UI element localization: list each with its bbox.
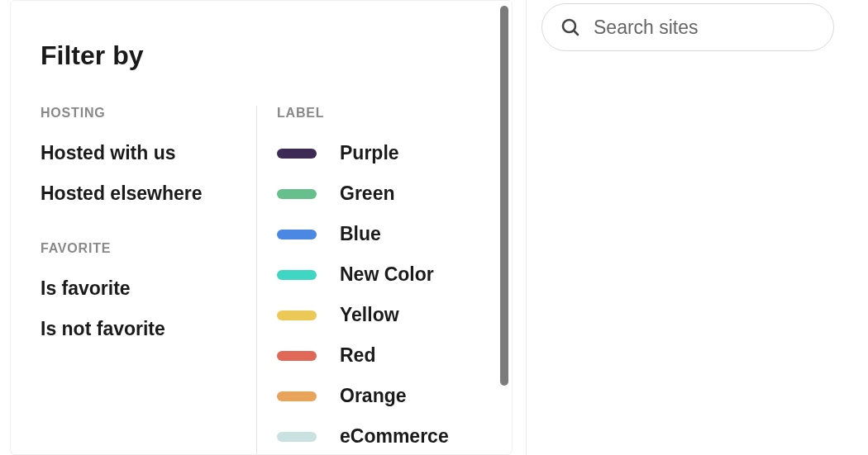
label-text: Orange bbox=[340, 385, 407, 407]
favorite-header: FAVORITE bbox=[41, 241, 240, 256]
label-option-yellow[interactable]: Yellow bbox=[277, 304, 482, 326]
label-option-ecommerce[interactable]: eCommerce bbox=[277, 425, 482, 448]
label-text: Blue bbox=[340, 223, 381, 245]
label-option-new-color[interactable]: New Color bbox=[277, 263, 482, 286]
swatch-ecommerce bbox=[277, 432, 317, 442]
svg-line-1 bbox=[574, 31, 578, 35]
filter-left-column: HOSTING Hosted with us Hosted elsewhere … bbox=[41, 106, 257, 455]
label-text: Red bbox=[340, 344, 375, 367]
label-text: New Color bbox=[340, 263, 434, 286]
hosting-option-with-us[interactable]: Hosted with us bbox=[41, 142, 240, 164]
search-container[interactable] bbox=[541, 3, 834, 51]
swatch-purple bbox=[277, 149, 317, 159]
label-option-red[interactable]: Red bbox=[277, 344, 482, 367]
label-text: Purple bbox=[340, 142, 399, 164]
swatch-yellow bbox=[277, 310, 317, 320]
swatch-red bbox=[277, 351, 317, 361]
label-text: Green bbox=[340, 182, 394, 205]
filter-title: Filter by bbox=[41, 40, 482, 71]
label-option-orange[interactable]: Orange bbox=[277, 385, 482, 407]
search-icon bbox=[560, 17, 580, 37]
favorite-option-is[interactable]: Is favorite bbox=[41, 277, 240, 300]
filter-panel: Filter by HOSTING Hosted with us Hosted … bbox=[10, 0, 513, 455]
filter-right-column: LABEL Purple Green Blue New Color Yellow bbox=[257, 106, 482, 455]
swatch-green bbox=[277, 189, 317, 199]
label-option-green[interactable]: Green bbox=[277, 182, 482, 205]
scrollbar[interactable] bbox=[500, 6, 508, 386]
label-option-purple[interactable]: Purple bbox=[277, 142, 482, 164]
label-option-blue[interactable]: Blue bbox=[277, 223, 482, 245]
favorite-option-is-not[interactable]: Is not favorite bbox=[41, 318, 240, 340]
swatch-new-color bbox=[277, 270, 317, 280]
filter-columns: HOSTING Hosted with us Hosted elsewhere … bbox=[41, 106, 482, 455]
label-text: eCommerce bbox=[340, 425, 449, 448]
swatch-orange bbox=[277, 391, 317, 401]
label-header: LABEL bbox=[277, 106, 482, 121]
hosting-option-elsewhere[interactable]: Hosted elsewhere bbox=[41, 182, 240, 205]
label-text: Yellow bbox=[340, 304, 399, 326]
right-side bbox=[526, 0, 868, 455]
swatch-blue bbox=[277, 230, 317, 239]
search-input[interactable] bbox=[594, 17, 815, 39]
hosting-header: HOSTING bbox=[41, 106, 240, 121]
